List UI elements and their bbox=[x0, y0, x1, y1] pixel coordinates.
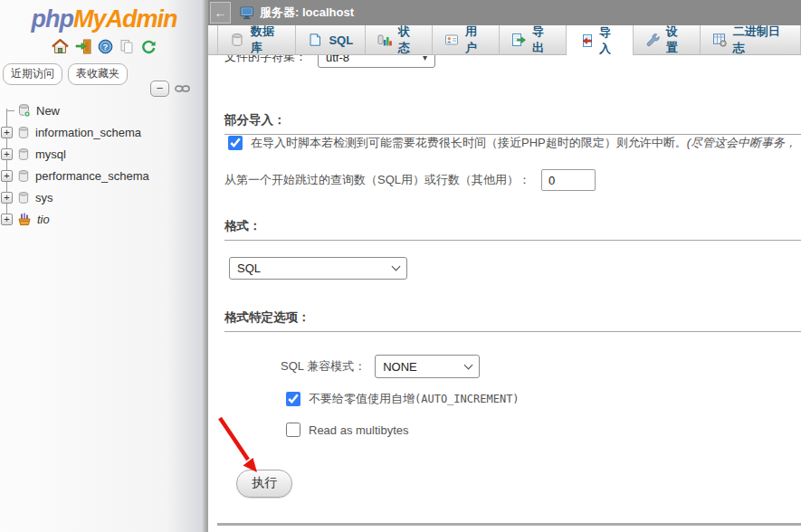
database-icon bbox=[17, 169, 30, 183]
phpmyadmin-logo[interactable]: phpMyAdmin bbox=[0, 0, 208, 33]
back-arrow-button[interactable]: ← bbox=[210, 2, 231, 24]
tab-label: 数据库 bbox=[251, 24, 283, 56]
server-tab-bar: 数据库 SQL 状态 用户 导出 导入 设置 二进制日志 bbox=[208, 25, 801, 55]
tab-label: 状态 bbox=[398, 24, 420, 56]
expand-plus-icon[interactable]: + bbox=[1, 214, 13, 225]
tree-connector bbox=[1, 105, 13, 117]
tab-binary-log[interactable]: 二进制日志 bbox=[701, 25, 801, 54]
navigation-sidebar: phpMyAdmin ? 近期访问 表收藏夹 − bbox=[0, 0, 208, 532]
skip-queries-input[interactable] bbox=[541, 169, 596, 191]
recent-tables-button[interactable]: 近期访问 bbox=[3, 63, 62, 85]
autoincrement-label: 不要给零值使用自增 bbox=[309, 391, 415, 407]
binary-log-tab-icon bbox=[712, 33, 727, 47]
nav-icon-row: ? bbox=[0, 36, 208, 56]
export-tab-icon bbox=[511, 33, 526, 47]
skip-queries-row: 从第一个开始跳过的查询数（SQL用）或行数（其他用）： bbox=[224, 169, 596, 191]
tree-item-new-database[interactable]: New bbox=[0, 100, 206, 121]
database-tree: New + information_schema + mysql + bbox=[0, 100, 206, 230]
tab-sql[interactable]: SQL bbox=[296, 25, 366, 54]
sql-compat-label: SQL 兼容模式： bbox=[281, 358, 366, 375]
read-as-multibytes-checkbox[interactable] bbox=[286, 423, 300, 437]
tab-label: 导入 bbox=[599, 24, 621, 57]
tab-settings[interactable]: 设置 bbox=[634, 25, 701, 54]
documentation-icon[interactable] bbox=[119, 39, 135, 54]
charset-row: 文件的字符集： utf-8 ▾ bbox=[224, 55, 435, 68]
format-heading: 格式： bbox=[224, 218, 801, 241]
multibytes-row: Read as multibytes bbox=[286, 423, 409, 437]
footer-divider bbox=[217, 523, 801, 526]
sql-compat-value: NONE bbox=[383, 360, 417, 374]
tab-users[interactable]: 用户 bbox=[433, 25, 500, 54]
allow-interrupt-checkbox[interactable] bbox=[228, 136, 243, 150]
collapse-all-button[interactable]: − bbox=[150, 81, 169, 97]
tab-label: 导出 bbox=[532, 24, 554, 56]
multibytes-label: Read as multibytes bbox=[309, 423, 409, 437]
expand-plus-icon[interactable]: + bbox=[1, 170, 13, 182]
status-tab-icon bbox=[377, 33, 392, 47]
interrupt-text: 在导入时脚本若检测到可能需要花费很长时间（接近PHP超时的限定）则允许中断。 bbox=[251, 135, 687, 151]
tab-label: 二进制日志 bbox=[733, 24, 788, 56]
charset-label: 文件的字符集： bbox=[224, 55, 307, 65]
format-select-value: SQL bbox=[237, 261, 261, 275]
server-header-bar: ← 服务器: localhost bbox=[208, 0, 801, 25]
tree-item-label: sys bbox=[35, 191, 53, 204]
format-options-heading: 格式特定选项： bbox=[224, 309, 801, 332]
partial-import-heading: 部分导入： bbox=[224, 112, 801, 135]
import-panel: 文件的字符集： utf-8 ▾ 部分导入： 在导入时脚本若检测到可能需要花费很长… bbox=[208, 55, 801, 532]
databases-tab-icon bbox=[230, 33, 244, 47]
tree-item-label: tio bbox=[37, 213, 50, 226]
tree-controls: − bbox=[150, 81, 190, 97]
tree-item-label: information_schema bbox=[35, 126, 141, 139]
interrupt-row: 在导入时脚本若检测到可能需要花费很长时间（接近PHP超时的限定）则允许中断。 (… bbox=[228, 135, 801, 151]
charset-select-value: utf-8 bbox=[326, 55, 349, 64]
selected-database-icon bbox=[17, 212, 32, 226]
help-icon[interactable]: ? bbox=[98, 39, 113, 54]
autoincrement-row: 不要给零值使用自增 (AUTO_INCREMENT) bbox=[286, 391, 520, 407]
expand-plus-icon[interactable]: + bbox=[1, 192, 13, 204]
phpmyadmin-window: phpMyAdmin ? 近期访问 表收藏夹 − bbox=[0, 0, 801, 532]
settings-wrench-icon bbox=[645, 33, 660, 47]
users-tab-icon bbox=[444, 33, 459, 47]
dropdown-caret-icon: ▾ bbox=[423, 55, 427, 62]
no-zero-autoincrement-checkbox[interactable] bbox=[286, 392, 300, 406]
favorite-tables-button[interactable]: 表收藏夹 bbox=[68, 63, 128, 85]
go-button[interactable]: 执行 bbox=[236, 470, 292, 498]
logo-php-text: php bbox=[32, 5, 73, 33]
expand-plus-icon[interactable]: + bbox=[1, 148, 13, 160]
sql-tab-icon bbox=[308, 33, 322, 47]
tab-status[interactable]: 状态 bbox=[366, 25, 433, 54]
database-icon bbox=[17, 191, 30, 204]
database-icon bbox=[17, 147, 30, 161]
tab-label: 设置 bbox=[666, 24, 688, 56]
svg-text:?: ? bbox=[103, 42, 109, 52]
tree-item-performance-schema[interactable]: + performance_schema bbox=[0, 165, 206, 186]
home-icon[interactable] bbox=[52, 39, 69, 54]
server-monitor-icon bbox=[240, 6, 255, 20]
logout-door-icon[interactable] bbox=[75, 39, 91, 54]
tree-item-sys[interactable]: + sys bbox=[0, 186, 206, 208]
tree-item-information-schema[interactable]: + information_schema bbox=[0, 121, 206, 143]
chevron-down-icon bbox=[464, 360, 473, 369]
tree-item-mysql[interactable]: + mysql bbox=[0, 143, 206, 165]
refresh-icon[interactable] bbox=[141, 39, 157, 54]
server-breadcrumb[interactable]: 服务器: localhost bbox=[260, 5, 354, 21]
import-tab-icon bbox=[578, 33, 593, 48]
skip-queries-label: 从第一个开始跳过的查询数（SQL用）或行数（其他用）： bbox=[224, 172, 530, 188]
tab-databases[interactable]: 数据库 bbox=[217, 25, 296, 54]
tab-label: SQL bbox=[329, 33, 353, 47]
database-icon bbox=[17, 126, 30, 139]
tree-item-label: mysql bbox=[35, 147, 66, 161]
autoincrement-code: (AUTO_INCREMENT) bbox=[415, 393, 520, 405]
format-select[interactable]: SQL bbox=[229, 257, 407, 280]
sql-compat-row: SQL 兼容模式： NONE bbox=[281, 355, 480, 378]
tree-item-tio[interactable]: + tio bbox=[0, 208, 206, 230]
link-with-main-icon[interactable] bbox=[175, 81, 190, 97]
charset-select[interactable]: utf-8 ▾ bbox=[318, 55, 435, 68]
tab-export[interactable]: 导出 bbox=[500, 25, 567, 54]
tab-import[interactable]: 导入 bbox=[567, 25, 634, 55]
interrupt-note: (尽管这会中断事务， bbox=[687, 135, 796, 151]
new-database-icon bbox=[17, 103, 31, 118]
expand-plus-icon[interactable]: + bbox=[1, 127, 13, 138]
chevron-down-icon bbox=[392, 262, 401, 271]
sql-compat-select[interactable]: NONE bbox=[375, 355, 480, 378]
